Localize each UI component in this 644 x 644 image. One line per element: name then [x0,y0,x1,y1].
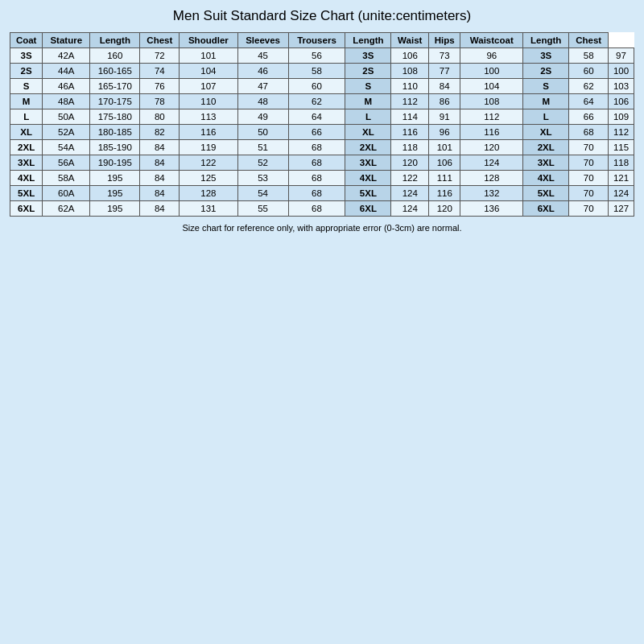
table-cell: 55 [237,201,288,217]
table-cell: 195 [90,201,140,217]
col-w-length: Length [523,33,569,48]
table-cell: 116 [460,125,523,140]
table-cell: 62 [288,94,345,109]
col-stature: Stature [43,33,90,48]
table-cell: 111 [428,171,460,186]
table-cell: 56A [43,155,90,171]
table-cell: 62 [569,79,609,94]
table-cell: 195 [90,171,140,186]
table-cell: 82 [140,125,180,140]
table-cell: 54A [43,140,90,155]
table-cell: 54 [237,186,288,201]
table-cell: 3XL [345,155,391,171]
table-row: XL52A180-185821165066XL11696116XL68112 [10,125,634,140]
table-cell: 60 [288,79,345,94]
table-cell: 118 [391,140,429,155]
table-cell: 2XL [523,140,569,155]
col-shoulder: Shoudler [180,33,237,48]
page-title: Men Suit Standard Size Chart (unite:cent… [173,8,471,24]
table-cell: S [345,79,391,94]
table-cell: 195 [90,186,140,201]
col-trousers: Trousers [288,33,345,48]
table-cell: 106 [428,155,460,171]
table-cell: XL [523,125,569,140]
table-row: 6XL62A1958413155686XL1241201366XL70127 [10,201,634,217]
table-cell: 120 [391,155,429,171]
table-cell: 53 [237,171,288,186]
col-length: Length [90,33,140,48]
table-cell: 112 [460,109,523,125]
table-cell: 124 [609,186,634,201]
table-cell: 48 [237,94,288,109]
table-cell: 5XL [345,186,391,201]
table-cell: 122 [391,171,429,186]
table-cell: 120 [460,140,523,155]
table-cell: 132 [460,186,523,201]
table-cell: 116 [428,186,460,201]
table-cell: 100 [460,64,523,79]
table-cell: 47 [237,79,288,94]
table-cell: 125 [180,171,237,186]
table-cell: 110 [180,94,237,109]
table-cell: 84 [140,186,180,201]
table-cell: 68 [288,171,345,186]
table-cell: 96 [428,125,460,140]
table-cell: 3S [523,48,569,64]
table-cell: M [10,94,43,109]
table-cell: 58 [288,64,345,79]
col-sleeves: Sleeves [237,33,288,48]
table-cell: 84 [140,140,180,155]
table-cell: 110 [391,79,429,94]
table-cell: 68 [288,155,345,171]
table-cell: 136 [460,201,523,217]
table-row: 3S42A1607210145563S10673963S5897 [10,48,634,64]
table-cell: 6XL [345,201,391,217]
table-cell: 114 [391,109,429,125]
table-cell: 4XL [523,171,569,186]
table-cell: 104 [180,64,237,79]
table-cell: 112 [391,94,429,109]
table-cell: 46A [43,79,90,94]
table-cell: 107 [180,79,237,94]
table-cell: 52 [237,155,288,171]
table-cell: L [345,109,391,125]
table-cell: 115 [609,140,634,155]
table-cell: 160-165 [90,64,140,79]
table-cell: 2S [345,64,391,79]
table-cell: 6XL [10,201,43,217]
table-cell: 66 [569,109,609,125]
table-cell: L [523,109,569,125]
table-cell: 180-185 [90,125,140,140]
col-hips: Hips [428,33,460,48]
table-cell: 116 [391,125,429,140]
table-cell: 101 [180,48,237,64]
table-cell: XL [10,125,43,140]
size-chart-table: Coat Stature Length Chest Shoudler Sleev… [10,32,634,217]
table-cell: 3S [345,48,391,64]
table-cell: L [10,109,43,125]
table-row: 5XL60A1958412854685XL1241161325XL70124 [10,186,634,201]
table-cell: S [10,79,43,94]
table-cell: 49 [237,109,288,125]
table-cell: 45 [237,48,288,64]
table-cell: 2S [523,64,569,79]
table-cell: 84 [140,171,180,186]
col-w-chest: Chest [569,33,609,48]
table-cell: 84 [428,79,460,94]
table-cell: 77 [428,64,460,79]
table-cell: 70 [569,171,609,186]
table-cell: M [345,94,391,109]
table-cell: 84 [140,201,180,217]
table-cell: 100 [609,64,634,79]
table-cell: 58 [569,48,609,64]
table-cell: 68 [569,125,609,140]
table-cell: 68 [288,140,345,155]
table-cell: 50 [237,125,288,140]
table-cell: 62A [43,201,90,217]
table-cell: 97 [609,48,634,64]
col-waist: Waist [391,33,429,48]
table-row: 2XL54A185-1908411951682XL1181011202XL701… [10,140,634,155]
table-cell: 73 [428,48,460,64]
col-waistcoat: Waistcoat [460,33,523,48]
table-cell: 112 [609,125,634,140]
